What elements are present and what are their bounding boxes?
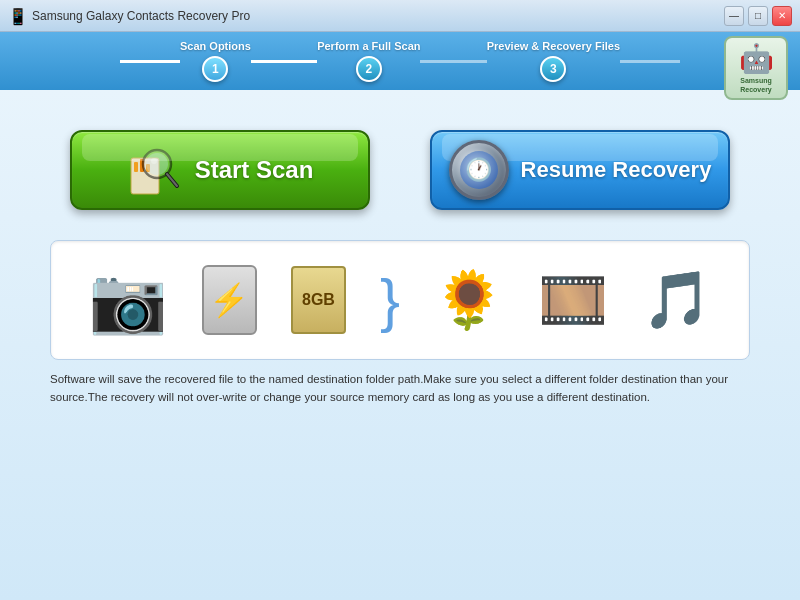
step-3: Preview & Recovery Files 3: [487, 40, 620, 82]
step-line-after-3: [620, 60, 680, 63]
step-line-2-3: [420, 60, 486, 63]
photos-strip: 🌻: [434, 267, 504, 333]
start-scan-label: Start Scan: [195, 156, 314, 184]
samsung-recovery-logo: 🤖 Samsung Recovery: [724, 36, 788, 100]
minimize-button[interactable]: —: [724, 6, 744, 26]
step-line-1-2: [251, 60, 317, 63]
sd-card-strip: 8GB: [291, 266, 346, 334]
step-2-label: Perform a Full Scan: [317, 40, 420, 52]
info-text: Software will save the recovered file to…: [50, 370, 750, 407]
bracket-strip: }: [380, 266, 400, 335]
samsung-logo-label: Samsung Recovery: [726, 77, 786, 94]
titlebar: 📱 Samsung Galaxy Contacts Recovery Pro —…: [0, 0, 800, 32]
time-machine-inner: 🕐: [460, 151, 498, 189]
resume-recovery-label: Resume Recovery: [521, 157, 712, 183]
step-2: Perform a Full Scan 2: [317, 40, 420, 82]
scan-magnifier-icon: [127, 142, 183, 198]
step-1-circle: 1: [202, 56, 228, 82]
step-3-circle: 3: [540, 56, 566, 82]
film-icon: 🎞️: [538, 267, 608, 333]
steps-container: Scan Options 1 Perform a Full Scan 2 Pre…: [120, 40, 680, 82]
time-machine-icon: 🕐: [449, 140, 509, 200]
svg-point-6: [151, 158, 157, 164]
step-1-label: Scan Options: [180, 40, 251, 52]
bracket-icon: }: [380, 266, 400, 335]
camera-icon-strip: 📷: [88, 263, 168, 338]
window-controls: — □ ✕: [724, 6, 792, 26]
close-button[interactable]: ✕: [772, 6, 792, 26]
main-content: Start Scan 🕐 Resume Recovery 📷 ⚡ 8GB: [0, 90, 800, 600]
music-strip: 🎵: [642, 267, 712, 333]
camera-icon: 📷: [88, 263, 168, 338]
music-icon: 🎵: [642, 267, 712, 333]
app-icon: 📱: [8, 7, 26, 25]
film-strip-icon: 🎞️: [538, 267, 608, 333]
resume-recovery-button[interactable]: 🕐 Resume Recovery: [430, 130, 730, 210]
maximize-button[interactable]: □: [748, 6, 768, 26]
window-title: Samsung Galaxy Contacts Recovery Pro: [32, 9, 724, 23]
icons-strip: 📷 ⚡ 8GB } 🌻 🎞️ 🎵: [50, 240, 750, 360]
photos-icon: 🌻: [434, 267, 504, 333]
samsung-logo-icon: 🤖: [739, 42, 774, 75]
buttons-row: Start Scan 🕐 Resume Recovery: [70, 130, 730, 210]
step-line-before-1: [120, 60, 180, 63]
step-2-circle: 2: [356, 56, 382, 82]
svg-point-5: [146, 153, 168, 175]
step-1: Scan Options 1: [180, 40, 251, 82]
svg-rect-1: [134, 162, 138, 172]
svg-line-8: [167, 174, 177, 186]
step-3-label: Preview & Recovery Files: [487, 40, 620, 52]
sd-card-label: 8GB: [302, 291, 335, 309]
start-scan-button[interactable]: Start Scan: [70, 130, 370, 210]
usb-drive-strip: ⚡: [202, 265, 257, 335]
sd-card-icon: 8GB: [291, 266, 346, 334]
usb-drive-icon: ⚡: [202, 265, 257, 335]
stepbar: Scan Options 1 Perform a Full Scan 2 Pre…: [0, 32, 800, 90]
